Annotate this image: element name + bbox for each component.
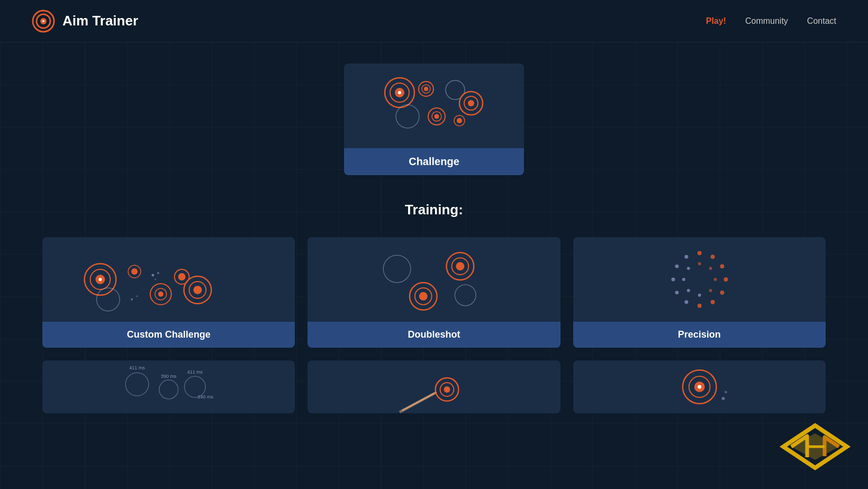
- watermark: [762, 420, 868, 489]
- svg-point-59: [675, 265, 679, 268]
- custom-challenge-image: [42, 237, 295, 322]
- nav-play[interactable]: Play!: [706, 16, 726, 26]
- challenge-targets-svg: [344, 64, 524, 148]
- svg-point-18: [396, 105, 419, 128]
- svg-point-50: [710, 255, 715, 259]
- svg-point-40: [178, 273, 186, 280]
- svg-point-14: [468, 100, 474, 106]
- training-section: Training:: [42, 202, 826, 413]
- svg-point-55: [697, 304, 701, 308]
- svg-point-20: [457, 118, 462, 123]
- bottom-card-2-svg: [308, 360, 560, 413]
- header: Aim Trainer Play! Community Contact: [0, 0, 868, 42]
- bottom-card-3[interactable]: [573, 360, 826, 413]
- svg-point-69: [125, 373, 149, 396]
- svg-point-67: [682, 278, 685, 281]
- svg-point-65: [698, 294, 701, 297]
- svg-point-85: [721, 397, 725, 400]
- challenge-card-image: [344, 64, 524, 148]
- svg-point-26: [131, 268, 138, 275]
- precision-card[interactable]: Precision: [573, 237, 826, 348]
- svg-point-62: [709, 267, 712, 270]
- svg-text:390 ms: 390 ms: [161, 374, 177, 379]
- nav-community[interactable]: Community: [745, 16, 788, 26]
- svg-point-41: [384, 255, 411, 283]
- svg-text:411 ms: 411 ms: [129, 365, 145, 370]
- svg-point-38: [193, 286, 202, 294]
- svg-point-7: [398, 91, 401, 94]
- bottom-card-2[interactable]: [308, 360, 560, 413]
- doubleshot-card[interactable]: Doubleshot: [308, 237, 560, 348]
- svg-text:411 ms: 411 ms: [187, 369, 203, 375]
- main-nav: Play! Community Contact: [706, 16, 836, 26]
- svg-line-80: [400, 393, 435, 412]
- doubleshot-svg: [308, 237, 560, 322]
- svg-point-17: [435, 114, 439, 119]
- bottom-card-3-svg: [573, 360, 826, 413]
- training-title: Training:: [42, 202, 826, 218]
- svg-point-71: [159, 380, 178, 399]
- bottom-cards-grid: 411 ms 390 ms 411 ms 240 ms: [42, 360, 826, 413]
- svg-point-61: [698, 262, 701, 265]
- precision-label: Precision: [573, 322, 826, 348]
- custom-challenge-card[interactable]: Custom Challenge: [42, 237, 295, 348]
- bottom-card-2-image: [308, 360, 560, 413]
- svg-point-66: [686, 289, 690, 292]
- svg-point-78: [444, 386, 450, 393]
- svg-point-29: [155, 279, 156, 280]
- svg-point-84: [698, 385, 701, 389]
- svg-point-58: [671, 278, 675, 282]
- watermark-svg: [762, 420, 868, 489]
- doubleshot-image: [308, 237, 560, 322]
- bottom-card-3-image: [573, 360, 826, 413]
- aim-trainer-logo-icon: [32, 10, 55, 33]
- svg-point-49: [697, 251, 701, 255]
- svg-text:240 ms: 240 ms: [198, 394, 214, 400]
- bottom-card-1[interactable]: 411 ms 390 ms 411 ms 240 ms: [42, 360, 295, 413]
- svg-point-60: [684, 255, 688, 259]
- challenge-card[interactable]: Challenge: [344, 64, 524, 175]
- svg-point-68: [686, 267, 690, 270]
- bottom-card-1-svg: 411 ms 390 ms 411 ms 240 ms: [42, 360, 295, 413]
- svg-point-63: [713, 278, 717, 281]
- svg-point-51: [720, 264, 724, 268]
- precision-svg: [573, 237, 826, 322]
- logo-area: Aim Trainer: [32, 10, 138, 33]
- svg-point-52: [724, 277, 728, 282]
- svg-point-10: [424, 87, 428, 91]
- svg-point-30: [96, 288, 120, 311]
- svg-point-24: [98, 278, 102, 281]
- svg-point-35: [158, 292, 164, 297]
- doubleshot-label: Doubleshot: [308, 322, 560, 348]
- challenge-card-label: Challenge: [344, 148, 524, 175]
- svg-point-32: [137, 295, 138, 297]
- svg-point-64: [709, 289, 712, 292]
- svg-point-56: [684, 300, 688, 304]
- svg-point-53: [720, 291, 724, 295]
- custom-challenge-label: Custom Challenge: [42, 322, 295, 348]
- main-content: Challenge Training:: [0, 42, 868, 434]
- bottom-card-1-image: 411 ms 390 ms 411 ms 240 ms: [42, 360, 295, 413]
- svg-point-86: [725, 391, 727, 393]
- svg-point-54: [710, 300, 715, 304]
- custom-challenge-svg: [42, 237, 295, 322]
- svg-point-27: [151, 274, 154, 277]
- training-cards-grid: Custom Challenge: [42, 237, 826, 348]
- svg-point-57: [675, 291, 679, 294]
- svg-point-31: [131, 298, 133, 301]
- featured-section: Challenge: [42, 64, 826, 175]
- svg-point-48: [455, 285, 476, 306]
- svg-point-47: [419, 292, 428, 301]
- svg-point-28: [157, 272, 159, 274]
- svg-point-44: [456, 262, 465, 270]
- svg-point-3: [42, 20, 44, 22]
- nav-contact[interactable]: Contact: [807, 16, 836, 26]
- precision-image: [573, 237, 826, 322]
- app-title: Aim Trainer: [62, 13, 138, 29]
